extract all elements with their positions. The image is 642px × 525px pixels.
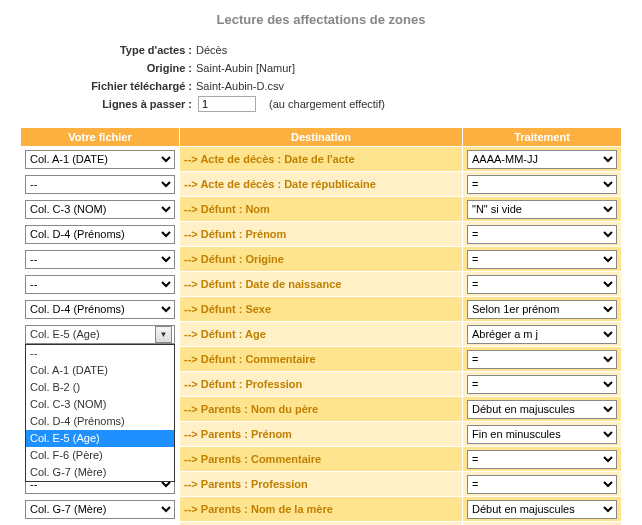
treatment-select[interactable]: AAAA-MM-JJ [467, 150, 617, 169]
treatment-select[interactable]: "N" si vide [467, 200, 617, 219]
dropdown-option[interactable]: Col. C-3 (NOM) [26, 396, 174, 413]
table-row: Col. G-7 (Mère)--> Parents : Nom de la m… [21, 497, 622, 522]
treatment-select[interactable]: = [467, 450, 617, 469]
treatment-select[interactable]: = [467, 375, 617, 394]
select-display-text: Col. E-5 (Age) [30, 328, 100, 340]
meta-lignes-label: Lignes à passer : [20, 95, 194, 113]
table-row: Col. D-4 (Prénoms)--> Défunt : SexeSelon… [21, 297, 622, 322]
header-file: Votre fichier [21, 128, 180, 147]
file-column-select-open[interactable]: Col. E-5 (Age)▼--Col. A-1 (DATE)Col. B-2… [25, 325, 175, 344]
dropdown-option[interactable]: Col. D-4 (Prénoms) [26, 413, 174, 430]
treatment-select[interactable]: = [467, 475, 617, 494]
file-column-select[interactable]: Col. A-1 (DATE) [25, 150, 175, 169]
treatment-select[interactable]: Fin en minuscules [467, 425, 617, 444]
table-row: ----> Défunt : Origine= [21, 247, 622, 272]
destination-cell: --> Parents : Prénom [180, 422, 463, 447]
file-column-select[interactable]: -- [25, 250, 175, 269]
file-column-select[interactable]: Col. D-4 (Prénoms) [25, 225, 175, 244]
treatment-select[interactable]: = [467, 225, 617, 244]
meta-type-label: Type d'actes : [20, 41, 194, 59]
file-column-select[interactable]: -- [25, 275, 175, 294]
treatment-select[interactable]: = [467, 275, 617, 294]
meta-lignes-hint: (au chargement effectif) [269, 98, 385, 110]
dropdown-option[interactable]: Col. G-7 (Mère) [26, 464, 174, 481]
meta-fichier-value: Saint-Aubin-D.csv [194, 77, 284, 95]
table-row: Col. A-1 (DATE)--> Acte de décès : Date … [21, 147, 622, 172]
treatment-select[interactable]: = [467, 175, 617, 194]
destination-cell: --> Parents : Nom de la mère [180, 497, 463, 522]
destination-cell: --> Parents : Nom du père [180, 397, 463, 422]
table-row: Col. E-5 (Age)▼--Col. A-1 (DATE)Col. B-2… [21, 322, 622, 347]
page-title: Lecture des affectations de zones [20, 12, 622, 27]
lines-to-skip-input[interactable] [198, 96, 256, 112]
dropdown-option[interactable]: -- [26, 345, 174, 362]
table-row: ----> Acte de décès : Date républicaine= [21, 172, 622, 197]
dropdown-panel[interactable]: --Col. A-1 (DATE)Col. B-2 ()Col. C-3 (NO… [25, 344, 175, 482]
destination-cell: --> Parents : Profession [180, 472, 463, 497]
destination-cell: --> Défunt : Profession [180, 372, 463, 397]
treatment-select[interactable]: Selon 1er prénom [467, 300, 617, 319]
mapping-table: Votre fichier Destination Traitement Col… [20, 127, 622, 525]
table-row: Col. G-7 (Mère)--> Parents : PrénomFin e… [21, 522, 622, 526]
destination-cell: --> Défunt : Origine [180, 247, 463, 272]
destination-cell: --> Défunt : Age [180, 322, 463, 347]
meta-type-value: Décès [194, 41, 227, 59]
chevron-down-icon[interactable]: ▼ [155, 326, 172, 343]
destination-cell: --> Parents : Prénom [180, 522, 463, 526]
table-row: ----> Défunt : Date de naissance= [21, 272, 622, 297]
treatment-select[interactable]: = [467, 250, 617, 269]
destination-cell: --> Défunt : Nom [180, 197, 463, 222]
file-column-select[interactable]: Col. G-7 (Mère) [25, 500, 175, 519]
dropdown-option[interactable]: Col. A-1 (DATE) [26, 362, 174, 379]
meta-origine-value: Saint-Aubin [Namur] [194, 59, 295, 77]
file-column-select[interactable]: Col. D-4 (Prénoms) [25, 300, 175, 319]
meta-origine-label: Origine : [20, 59, 194, 77]
dropdown-option[interactable]: Col. F-6 (Père) [26, 447, 174, 464]
destination-cell: --> Défunt : Sexe [180, 297, 463, 322]
dropdown-option[interactable]: Col. B-2 () [26, 379, 174, 396]
destination-cell: --> Défunt : Commentaire [180, 347, 463, 372]
header-dest: Destination [180, 128, 463, 147]
treatment-select[interactable]: Début en majuscules [467, 400, 617, 419]
table-row: Col. D-4 (Prénoms)--> Défunt : Prénom= [21, 222, 622, 247]
table-row: Col. C-3 (NOM)--> Défunt : Nom"N" si vid… [21, 197, 622, 222]
destination-cell: --> Défunt : Prénom [180, 222, 463, 247]
treatment-select[interactable]: Début en majuscules [467, 500, 617, 519]
destination-cell: --> Défunt : Date de naissance [180, 272, 463, 297]
treatment-select[interactable]: = [467, 350, 617, 369]
header-treat: Traitement [463, 128, 622, 147]
destination-cell: --> Parents : Commentaire [180, 447, 463, 472]
file-column-select[interactable]: Col. C-3 (NOM) [25, 200, 175, 219]
destination-cell: --> Acte de décès : Date républicaine [180, 172, 463, 197]
file-column-select[interactable]: -- [25, 175, 175, 194]
meta-fichier-label: Fichier téléchargé : [20, 77, 194, 95]
meta-block: Type d'actes : Décès Origine : Saint-Aub… [20, 41, 622, 113]
treatment-select[interactable]: Abréger a m j [467, 325, 617, 344]
dropdown-option[interactable]: Col. E-5 (Age) [26, 430, 174, 447]
destination-cell: --> Acte de décès : Date de l'acte [180, 147, 463, 172]
